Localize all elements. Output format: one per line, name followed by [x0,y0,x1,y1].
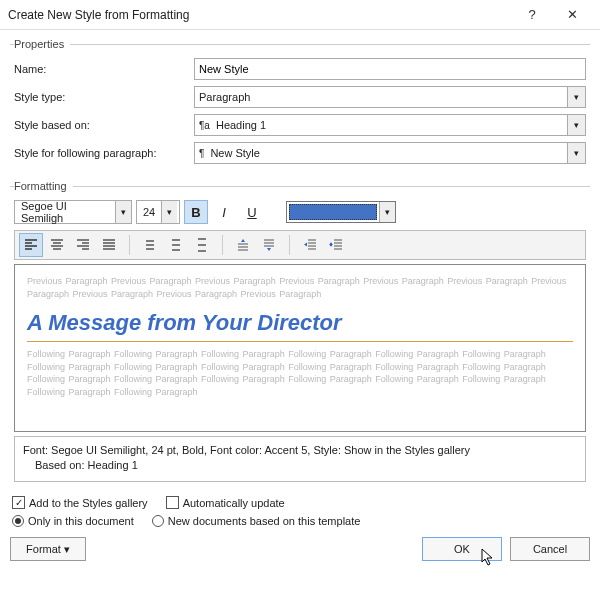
description-line-2: Based on: Heading 1 [23,458,577,473]
preview-headline: A Message from Your Director [27,308,573,339]
name-input[interactable] [194,58,586,80]
preview-previous-text: Previous Paragraph Previous Paragraph Pr… [27,275,573,300]
increase-indent-button[interactable] [324,233,348,257]
style-type-value: Paragraph [199,91,250,103]
checkbox-checked-icon: ✓ [12,496,25,509]
paragraph-mark-icon: ¶a [199,120,210,131]
font-name-combo[interactable]: Segoe UI Semiligh ▾ [14,200,132,224]
auto-update-label: Automatically update [183,497,285,509]
line-spacing-15-button[interactable] [164,233,188,257]
cursor-icon [481,548,497,568]
chevron-down-icon: ▾ [115,201,131,223]
line-spacing-icon [169,238,183,252]
only-this-document-radio[interactable]: Only in this document [12,515,134,527]
align-justify-button[interactable] [97,233,121,257]
font-name-value: Segoe UI Semiligh [15,200,115,224]
cancel-button[interactable]: Cancel [510,537,590,561]
line-spacing-1-button[interactable] [138,233,162,257]
formatting-legend: Formatting [14,180,73,192]
decrease-indent-icon [303,238,317,252]
style-description: Font: Segoe UI Semilight, 24 pt, Bold, F… [14,436,586,482]
style-based-on-select[interactable]: ¶a Heading 1 ▾ [194,114,586,136]
auto-update-checkbox[interactable]: Automatically update [166,496,285,509]
space-before-increase-button[interactable] [231,233,255,257]
font-size-value: 24 [137,206,161,218]
name-label: Name: [14,63,194,75]
decrease-indent-button[interactable] [298,233,322,257]
new-documents-radio[interactable]: New documents based on this template [152,515,361,527]
help-button[interactable]: ? [512,1,552,29]
line-spacing-icon [143,238,157,252]
font-toolbar: Segoe UI Semiligh ▾ 24 ▾ B I U ▾ [14,200,586,224]
color-swatch [289,204,377,220]
preview-pane: Previous Paragraph Previous Paragraph Pr… [14,264,586,432]
new-documents-label: New documents based on this template [168,515,361,527]
properties-group: Properties Name: Style type: Paragraph ▾… [10,38,590,174]
radio-unselected-icon [152,515,164,527]
font-color-button[interactable]: ▾ [286,201,396,223]
align-left-icon [24,238,38,252]
format-button[interactable]: Format ▾ [10,537,86,561]
chevron-down-icon: ▾ [161,201,177,223]
separator [129,235,130,255]
separator [289,235,290,255]
line-spacing-icon [195,238,209,252]
chevron-down-icon: ▾ [379,202,395,222]
properties-legend: Properties [14,38,70,50]
style-type-label: Style type: [14,91,194,103]
separator [222,235,223,255]
preview-rule [27,341,573,342]
radio-selected-icon [12,515,24,527]
align-right-button[interactable] [71,233,95,257]
bold-button[interactable]: B [184,200,208,224]
preview-following-text: Following Paragraph Following Paragraph … [27,348,573,398]
align-right-icon [76,238,90,252]
chevron-down-icon: ▾ [567,115,585,135]
ok-button[interactable]: OK [422,537,502,561]
underline-button[interactable]: U [240,200,264,224]
style-following-select[interactable]: ¶ New Style ▾ [194,142,586,164]
increase-indent-icon [329,238,343,252]
align-center-button[interactable] [45,233,69,257]
style-based-on-value: Heading 1 [216,119,266,131]
space-before-decrease-button[interactable] [257,233,281,257]
description-line-1: Font: Segoe UI Semilight, 24 pt, Bold, F… [23,443,577,458]
line-spacing-2-button[interactable] [190,233,214,257]
titlebar: Create New Style from Formatting ? ✕ [0,0,600,30]
italic-button[interactable]: I [212,200,236,224]
close-button[interactable]: ✕ [552,1,592,29]
align-justify-icon [102,238,116,252]
align-left-button[interactable] [19,233,43,257]
font-size-combo[interactable]: 24 ▾ [136,200,180,224]
style-following-value: New Style [210,147,260,159]
style-following-label: Style for following paragraph: [14,147,194,159]
chevron-down-icon: ▾ [567,143,585,163]
align-center-icon [50,238,64,252]
space-before-icon [236,238,250,252]
add-to-gallery-checkbox[interactable]: ✓ Add to the Styles gallery [12,496,148,509]
space-after-icon [262,238,276,252]
button-row: Format ▾ OK Cancel [10,537,590,561]
style-type-select[interactable]: Paragraph ▾ [194,86,586,108]
add-to-gallery-label: Add to the Styles gallery [29,497,148,509]
dialog-title: Create New Style from Formatting [8,8,512,22]
checkbox-unchecked-icon [166,496,179,509]
formatting-group: Formatting Segoe UI Semiligh ▾ 24 ▾ B I … [10,180,590,486]
chevron-down-icon: ▾ [567,87,585,107]
paragraph-toolbar [14,230,586,260]
paragraph-mark-icon: ¶ [199,148,204,159]
only-this-document-label: Only in this document [28,515,134,527]
style-based-on-label: Style based on: [14,119,194,131]
options-area: ✓ Add to the Styles gallery Automaticall… [12,496,588,527]
